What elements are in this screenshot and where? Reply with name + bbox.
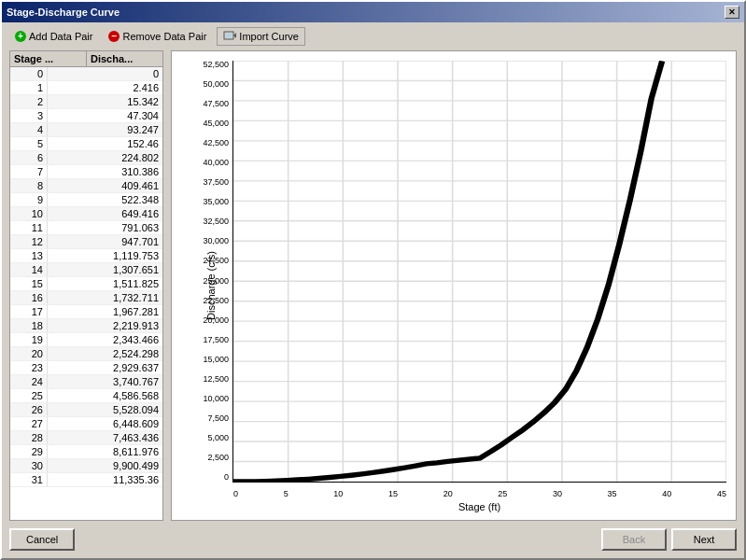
- table-row[interactable]: 254,586.568: [10, 389, 162, 403]
- table-row[interactable]: 10649.416: [10, 207, 162, 221]
- table-row[interactable]: 11791.063: [10, 221, 162, 235]
- y-label: 12,500: [177, 375, 229, 384]
- y-label: 40,000: [177, 159, 229, 167]
- y-label: 7,500: [177, 414, 229, 423]
- stage-cell: 7: [10, 165, 48, 178]
- y-label: 45,000: [177, 119, 229, 128]
- discharge-cell: 8,611.976: [48, 445, 162, 458]
- stage-cell: 25: [10, 389, 48, 402]
- discharge-cell: 2,929.637: [48, 361, 162, 374]
- discharge-cell: 1,511.825: [48, 277, 162, 290]
- discharge-cell: 1,307.651: [48, 263, 162, 276]
- table-row[interactable]: 202,524.298: [10, 347, 162, 361]
- x-axis-labels: 051015202530354045: [233, 489, 726, 498]
- table-row[interactable]: 131,119.753: [10, 249, 162, 263]
- table-row[interactable]: 12.416: [10, 81, 162, 95]
- table-row[interactable]: 276,448.609: [10, 417, 162, 431]
- table-row[interactable]: 265,528.094: [10, 403, 162, 417]
- stage-cell: 12: [10, 235, 48, 248]
- y-label: 10,000: [177, 395, 229, 403]
- table-row[interactable]: 7310.386: [10, 165, 162, 179]
- y-label: 30,000: [177, 237, 229, 245]
- discharge-cell: 4,586.568: [48, 389, 162, 402]
- discharge-cell: 2,219.913: [48, 319, 162, 332]
- y-label: 5,000: [177, 434, 229, 442]
- chart-plot: 02,5005,0007,50010,00012,50015,00017,500…: [232, 61, 726, 483]
- stage-cell: 13: [10, 249, 48, 262]
- add-data-pair-button[interactable]: + Add Data Pair: [9, 29, 98, 44]
- table-row[interactable]: 192,343.466: [10, 333, 162, 347]
- y-label: 35,000: [177, 198, 229, 206]
- remove-icon: −: [108, 31, 120, 42]
- stage-cell: 4: [10, 123, 48, 136]
- table-row[interactable]: 9522.348: [10, 193, 162, 207]
- table-row[interactable]: 3111,335.36: [10, 473, 162, 487]
- table-row[interactable]: 347.304: [10, 109, 162, 123]
- table-row[interactable]: 309,900.499: [10, 459, 162, 473]
- stage-cell: 19: [10, 333, 48, 346]
- stage-cell: 0: [10, 67, 48, 80]
- content-area: Stage ... Discha... 0012.416215.342347.3…: [2, 50, 744, 521]
- chart-area: Discharge (cfs) 02,5005,0007,50010,00012…: [171, 50, 737, 521]
- stage-cell: 14: [10, 263, 48, 276]
- table-row[interactable]: 12947.701: [10, 235, 162, 249]
- discharge-cell: 0: [48, 67, 162, 80]
- stage-cell: 2: [10, 95, 48, 108]
- table-row[interactable]: 243,740.767: [10, 375, 162, 389]
- table-row[interactable]: 8409.461: [10, 179, 162, 193]
- close-button[interactable]: ✕: [725, 6, 739, 19]
- x-label: 0: [233, 489, 238, 498]
- x-label: 20: [443, 489, 453, 498]
- cancel-button[interactable]: Cancel: [9, 528, 75, 551]
- table-row[interactable]: 493.247: [10, 123, 162, 137]
- x-label: 5: [284, 489, 289, 498]
- y-label: 47,500: [177, 100, 229, 108]
- discharge-cell: 2.416: [48, 81, 162, 94]
- table-row[interactable]: 6224.802: [10, 151, 162, 165]
- table-row[interactable]: 151,511.825: [10, 277, 162, 291]
- stage-cell: 16: [10, 291, 48, 304]
- window-title: Stage-Discharge Curve: [7, 7, 120, 18]
- remove-data-pair-button[interactable]: − Remove Data Pair: [103, 29, 212, 44]
- table-row[interactable]: 171,967.281: [10, 305, 162, 319]
- discharge-cell: 7,463.436: [48, 431, 162, 444]
- discharge-cell: 15.342: [48, 95, 162, 108]
- y-label: 0: [177, 473, 229, 482]
- y-label: 37,500: [177, 178, 229, 187]
- main-window: Stage-Discharge Curve ✕ + Add Data Pair …: [0, 0, 746, 560]
- data-table[interactable]: Stage ... Discha... 0012.416215.342347.3…: [9, 50, 163, 521]
- table-row[interactable]: 161,732.711: [10, 291, 162, 305]
- table-row[interactable]: 232,929.637: [10, 361, 162, 375]
- y-label: 15,000: [177, 356, 229, 364]
- table-row[interactable]: 298,611.976: [10, 445, 162, 459]
- stage-cell: 30: [10, 459, 48, 472]
- y-label: 2,500: [177, 454, 229, 462]
- table-row[interactable]: 215.342: [10, 95, 162, 109]
- back-button[interactable]: Back: [601, 528, 667, 551]
- stage-cell: 27: [10, 417, 48, 430]
- discharge-cell: 224.802: [48, 151, 162, 164]
- stage-cell: 3: [10, 109, 48, 122]
- stage-column-header: Stage ...: [10, 51, 87, 66]
- table-row[interactable]: 00: [10, 67, 162, 81]
- discharge-cell: 9,900.499: [48, 459, 162, 472]
- table-body: 0012.416215.342347.304493.2475152.466224…: [10, 67, 162, 487]
- table-row[interactable]: 287,463.436: [10, 431, 162, 445]
- stage-cell: 24: [10, 375, 48, 388]
- table-row[interactable]: 182,219.913: [10, 319, 162, 333]
- stage-cell: 29: [10, 445, 48, 458]
- stage-cell: 10: [10, 207, 48, 220]
- stage-cell: 11: [10, 221, 48, 234]
- stage-cell: 6: [10, 151, 48, 164]
- y-label: 52,500: [177, 61, 229, 69]
- discharge-cell: 409.461: [48, 179, 162, 192]
- table-row[interactable]: 141,307.651: [10, 263, 162, 277]
- import-curve-button[interactable]: Import Curve: [217, 27, 305, 46]
- discharge-cell: 47.304: [48, 109, 162, 122]
- discharge-cell: 1,732.711: [48, 291, 162, 304]
- import-icon: [223, 30, 236, 43]
- stage-cell: 17: [10, 305, 48, 318]
- x-label: 25: [498, 489, 507, 498]
- next-button[interactable]: Next: [671, 528, 737, 551]
- table-row[interactable]: 5152.46: [10, 137, 162, 151]
